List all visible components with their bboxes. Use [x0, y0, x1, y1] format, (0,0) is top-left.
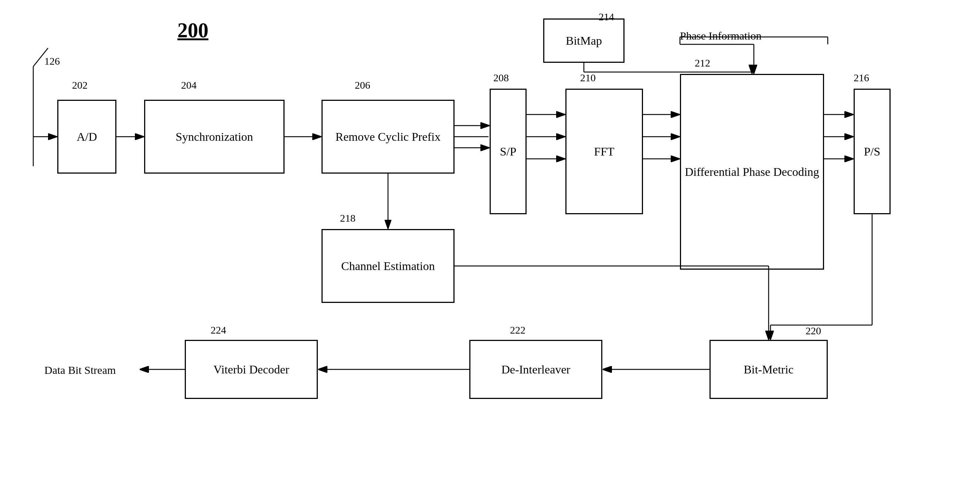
ref-210: 210: [580, 72, 596, 84]
ref-224: 224: [211, 324, 226, 336]
diagram-title: 200: [177, 19, 208, 42]
phase-info-label: Phase Information: [680, 30, 762, 42]
diagram-arrows: [0, 0, 980, 478]
block-di: De-Interleaver: [469, 340, 602, 399]
block-ps: P/S: [854, 89, 891, 214]
ref-214: 214: [599, 11, 614, 23]
ref-126: 126: [45, 56, 60, 67]
ref-216: 216: [854, 72, 869, 84]
ref-208: 208: [493, 72, 509, 84]
block-ad: A/D: [57, 100, 116, 174]
ref-222: 222: [510, 324, 525, 336]
block-sp: S/P: [490, 89, 527, 214]
ref-220: 220: [806, 325, 821, 337]
ref-218: 218: [340, 213, 355, 224]
block-bm: Bit-Metric: [710, 340, 828, 399]
block-rcp: Remove Cyclic Prefix: [321, 100, 455, 174]
block-ce: Channel Estimation: [321, 229, 455, 303]
block-bitmap: BitMap: [543, 19, 625, 63]
data-bit-stream-label: Data Bit Stream: [45, 364, 116, 376]
ref-204: 204: [181, 79, 197, 91]
block-vd: Viterbi Decoder: [185, 340, 318, 399]
block-dpd: Differential Phase Decoding: [680, 74, 824, 270]
block-sync: Synchronization: [144, 100, 285, 174]
ref-212: 212: [695, 57, 710, 69]
ref-206: 206: [355, 79, 370, 91]
block-fft: FFT: [565, 89, 643, 214]
ref-202: 202: [72, 79, 88, 91]
